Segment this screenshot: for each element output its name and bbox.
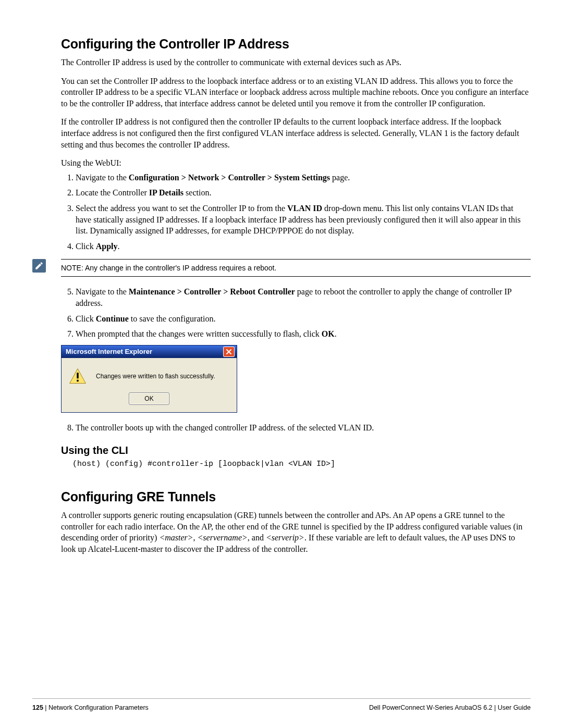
dialog-body: Changes were written to flash successful… (62, 358, 237, 389)
document-page: Configuring the Controller IP Address Th… (0, 0, 563, 728)
step-bold: Maintenance > Controller > Reboot Contro… (129, 287, 295, 296)
page-number: 125 (32, 704, 43, 711)
dialog-titlebar: Microsoft Internet Explorer (62, 346, 237, 358)
step-text: . (117, 242, 119, 251)
note-block: NOTE: Any change in the controller's IP … (32, 259, 531, 277)
svg-rect-2 (77, 379, 78, 381)
ie-dialog: Microsoft Internet Explorer Changes were… (61, 345, 237, 413)
step-3: Select the address you want to set the C… (76, 203, 531, 237)
using-cli-heading: Using the CLI (61, 445, 531, 456)
step-text: page. (330, 173, 350, 182)
step-text: . (335, 329, 337, 338)
step-8: The controller boots up with the changed… (76, 422, 531, 434)
step-text: Click (76, 314, 96, 323)
comma: , and (248, 533, 266, 542)
step-1: Navigate to the Configuration > Network … (76, 172, 531, 183)
step-text: Navigate to the (76, 287, 129, 296)
chapter-name: Network Configuration Parameters (48, 704, 149, 711)
svg-rect-1 (77, 373, 78, 378)
step-bold: OK (322, 329, 335, 338)
webui-steps-list: Navigate to the Configuration > Network … (61, 172, 531, 252)
comma: , (193, 533, 198, 542)
step-6: Click Continue to save the configuration… (76, 313, 531, 325)
main-content: Configuring the Controller IP Address Th… (61, 36, 531, 555)
step-text: Navigate to the (76, 173, 129, 182)
variable-master: <master> (159, 533, 193, 542)
dialog-message: Changes were written to flash successful… (96, 373, 215, 380)
step-bold: Configuration > Network > Controller > S… (129, 173, 330, 182)
step-bold: VLAN ID (287, 204, 322, 213)
paragraph: If the controller IP address is not conf… (61, 116, 531, 150)
ok-button[interactable]: OK (129, 392, 169, 405)
footer-left: 125 | Network Configuration Parameters (32, 704, 149, 711)
warning-icon (69, 367, 87, 385)
step-bold: Continue (96, 314, 129, 323)
footer-right: Dell PowerConnect W-Series ArubaOS 6.2 |… (369, 704, 531, 711)
close-icon (226, 349, 232, 355)
close-button[interactable] (223, 347, 235, 357)
step-text: Select the address you want to set the C… (76, 204, 287, 213)
step-bold: Apply (96, 242, 118, 251)
variable-serverip: <serverip> (266, 533, 304, 542)
step-7: When prompted that the changes were writ… (76, 328, 531, 340)
step-2: Locate the Controller IP Details section… (76, 187, 531, 199)
variable-servername: <servername> (198, 533, 248, 542)
step-text: section. (183, 188, 211, 197)
note-pencil-icon (32, 259, 46, 273)
using-webui-label: Using the WebUI: (61, 157, 531, 169)
step-text: Click (76, 242, 96, 251)
step-text: When prompted that the changes were writ… (76, 329, 322, 338)
step-text: Locate the Controller (76, 188, 149, 197)
step-4: Click Apply. (76, 241, 531, 252)
footer-sep: | (43, 704, 48, 711)
cli-command: (host) (config) #controller-ip [loopback… (72, 460, 531, 468)
dialog-footer: OK (62, 389, 237, 412)
section-heading-gre: Configuring GRE Tunnels (61, 489, 531, 504)
paragraph: A controller supports generic routing en… (61, 510, 531, 554)
note-text: NOTE: Any change in the controller's IP … (61, 259, 531, 277)
step-5: Navigate to the Maintenance > Controller… (76, 286, 531, 309)
note-icon-cell (32, 259, 61, 273)
step-text: to save the configuration. (129, 314, 216, 323)
paragraph: You can set the Controller IP address to… (61, 76, 531, 109)
webui-steps-list-continued: Navigate to the Maintenance > Controller… (61, 286, 531, 339)
section-heading-controller-ip: Configuring the Controller IP Address (61, 36, 531, 52)
page-footer: 125 | Network Configuration Parameters D… (32, 698, 531, 711)
webui-steps-list-final: The controller boots up with the changed… (61, 422, 531, 434)
paragraph: The Controller IP address is used by the… (61, 57, 531, 68)
dialog-title: Microsoft Internet Explorer (66, 348, 152, 355)
step-bold: IP Details (149, 188, 183, 197)
